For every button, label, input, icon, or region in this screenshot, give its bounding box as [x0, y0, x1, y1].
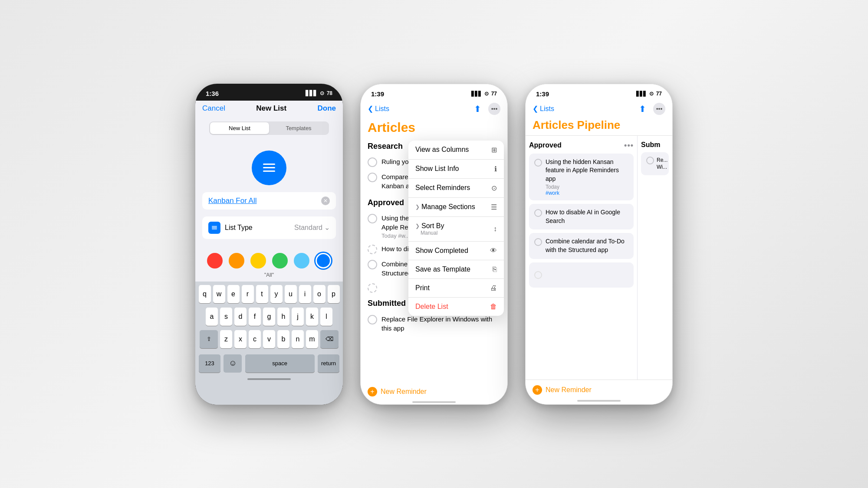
phone-3: 1:39 ▋▋▋ ⊙ 77 ❮ Lists ⬆ •••: [525, 84, 673, 405]
card-circle-2: [534, 209, 542, 217]
key-e[interactable]: e: [227, 285, 240, 303]
arrow-right-icon-2: ❯: [415, 223, 420, 229]
key-p[interactable]: p: [328, 285, 340, 303]
color-yellow[interactable]: [250, 253, 266, 269]
key-d[interactable]: d: [234, 308, 247, 326]
key-m[interactable]: m: [306, 330, 318, 348]
key-k[interactable]: k: [306, 308, 318, 326]
back-button-3[interactable]: ❮ Lists: [533, 105, 554, 113]
menu-show-completed[interactable]: Show Completed 👁: [408, 242, 504, 260]
more-icon-3[interactable]: •••: [653, 103, 665, 115]
menu-save-template[interactable]: Save as Template ⎘: [408, 260, 504, 278]
submitted-partial-label: Subm: [641, 141, 660, 149]
menu-show-list-info[interactable]: Show List Info ℹ: [408, 160, 504, 178]
menu-view-columns[interactable]: View as Columns ⊞: [408, 141, 504, 159]
key-q[interactable]: q: [199, 285, 211, 303]
key-a[interactable]: a: [206, 308, 218, 326]
list-type-icon: [208, 222, 220, 234]
list-type-svg: [211, 224, 218, 231]
key-i[interactable]: i: [299, 285, 311, 303]
key-h[interactable]: h: [277, 308, 289, 326]
menu-manage-sections[interactable]: ❯ Manage Sections ☰: [408, 198, 504, 216]
key-g[interactable]: g: [263, 308, 275, 326]
kanban-card-1: Using the hidden Kansan feature in Apple…: [529, 154, 634, 201]
segment-new-list[interactable]: New List: [210, 122, 269, 134]
key-f[interactable]: f: [249, 308, 261, 326]
key-shift[interactable]: ⇧: [200, 330, 218, 348]
approved-ellipsis[interactable]: •••: [624, 141, 634, 150]
manage-sections-label: Manage Sections: [421, 203, 475, 211]
key-j[interactable]: j: [292, 308, 304, 326]
plus-icon-3: +: [533, 385, 542, 395]
svg-rect-4: [212, 227, 217, 228]
info-icon: ℹ: [494, 165, 497, 173]
key-s[interactable]: s: [220, 308, 232, 326]
color-green[interactable]: [272, 253, 288, 269]
keyboard: q w e r t y u i o p a s d: [195, 282, 343, 405]
new-reminder-btn-3[interactable]: + New Reminder: [526, 380, 672, 400]
key-u[interactable]: u: [285, 285, 297, 303]
chevron-icon: ⌄: [324, 223, 330, 232]
view-columns-label: View as Columns: [415, 146, 469, 154]
key-return[interactable]: return: [318, 354, 339, 373]
print-label: Print: [415, 284, 430, 292]
key-o[interactable]: o: [313, 285, 326, 303]
share-icon-3[interactable]: ⬆: [639, 104, 646, 114]
color-lightblue[interactable]: [294, 253, 309, 269]
clear-button[interactable]: ✕: [321, 197, 330, 205]
key-delete[interactable]: ⌫: [320, 330, 339, 348]
key-y[interactable]: y: [270, 285, 283, 303]
kanban-empty-card: [529, 262, 634, 288]
signal-icon-3: ▋▋▋: [636, 91, 647, 97]
key-emoji[interactable]: ☺: [224, 354, 242, 373]
list-type-label: List Type: [225, 224, 253, 232]
arrow-right-icon: ❯: [415, 204, 420, 210]
done-button[interactable]: Done: [317, 104, 336, 113]
list-type-row[interactable]: List Type Standard ⌄: [202, 216, 336, 239]
submitted-circle: [646, 157, 654, 164]
keyboard-bottom: 123 ☺ space return: [197, 353, 341, 378]
key-n[interactable]: n: [292, 330, 304, 348]
color-orange[interactable]: [229, 253, 244, 269]
dropdown-overlay: View as Columns ⊞ Show List Info ℹ Selec: [361, 84, 507, 404]
empty-circle: [534, 271, 542, 279]
kanban-card-2: How to disable AI in Google Search: [529, 204, 634, 229]
status-bar-3: 1:39 ▋▋▋ ⊙ 77: [526, 84, 672, 101]
menu-select-reminders[interactable]: Select Reminders ⊙: [408, 179, 504, 197]
menu-delete-list[interactable]: Delete List 🗑: [408, 298, 504, 316]
card-date-1: Today: [546, 184, 628, 190]
key-r[interactable]: r: [242, 285, 254, 303]
key-c[interactable]: c: [249, 330, 261, 348]
key-t[interactable]: t: [256, 285, 268, 303]
menu-print[interactable]: Print 🖨: [408, 279, 504, 297]
key-v[interactable]: v: [263, 330, 275, 348]
eye-icon: 👁: [490, 247, 497, 255]
list-name-input[interactable]: Kanban For All: [208, 197, 321, 205]
dropdown-menu: View as Columns ⊞ Show List Info ℹ Selec: [408, 141, 504, 316]
key-w[interactable]: w: [213, 285, 225, 303]
approved-label: Approved: [529, 141, 562, 149]
name-input-row: Kanban For All ✕: [202, 192, 336, 210]
submitted-col-title: Subm: [641, 139, 669, 152]
all-label: "All": [195, 272, 343, 282]
key-numbers[interactable]: 123: [199, 354, 220, 373]
phone-1-inner: 1:36 ▋▋▋ ⊙ 78 Cancel New List Done: [195, 84, 343, 405]
card-content-1: Using the hidden Kansan feature in Apple…: [546, 158, 628, 197]
sort-by-label: Sort By: [421, 222, 444, 230]
phone-1-screen: 1:36 ▋▋▋ ⊙ 78 Cancel New List Done: [195, 84, 343, 405]
svg-rect-1: [263, 167, 275, 168]
segment-templates[interactable]: Templates: [269, 122, 328, 134]
sort-icon: ↕: [493, 225, 497, 233]
key-x[interactable]: x: [234, 330, 247, 348]
status-icons-3: ▋▋▋ ⊙ 77: [636, 91, 662, 97]
cancel-button[interactable]: Cancel: [202, 104, 225, 113]
menu-sort-by[interactable]: ❯ Sort By Manual ↕: [408, 217, 504, 241]
color-blue[interactable]: [316, 253, 331, 269]
new-reminder-label-3: New Reminder: [546, 386, 592, 394]
key-z[interactable]: z: [220, 330, 232, 348]
key-b[interactable]: b: [277, 330, 289, 348]
color-red[interactable]: [207, 253, 223, 269]
save-template-label: Save as Template: [415, 265, 470, 273]
key-l[interactable]: l: [320, 308, 332, 326]
key-space[interactable]: space: [245, 354, 315, 373]
